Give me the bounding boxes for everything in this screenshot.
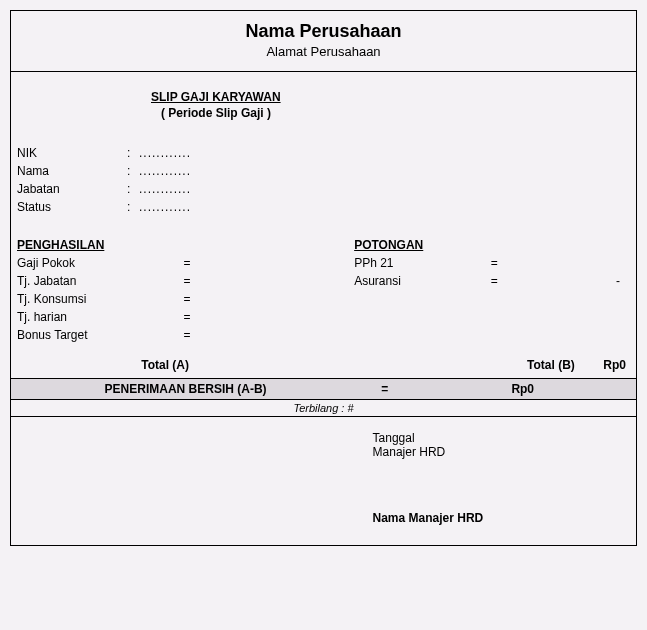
eq: = [484,256,504,270]
tj-konsumsi-label: Tj. Konsumsi [17,292,177,306]
jabatan-label: Jabatan [17,182,127,196]
tj-jabatan-label: Tj. Jabatan [17,274,177,288]
title-block: SLIP GAJI KARYAWAN ( Periode Slip Gaji ) [11,72,636,128]
colon: : [127,200,139,214]
tj-harian-label: Tj. harian [17,310,177,324]
eq: = [177,310,197,324]
nik-label: NIK [17,146,127,160]
gaji-pokok-label: Gaji Pokok [17,256,177,270]
spacer [207,358,489,372]
net-label: PENERIMAAN BERSIH (A-B) [17,382,354,396]
deductions-heading: POTONGAN [354,238,630,252]
row-tj-harian: Tj. harian = [17,310,354,324]
signature-date: Tanggal [373,431,630,445]
company-name: Nama Perusahaan [11,21,636,42]
eq: = [177,292,197,306]
total-b-value: Rp0 [575,358,630,372]
eq: = [177,256,197,270]
net-eq: = [354,382,415,396]
terbilang-row: Terbilang : # [11,400,636,417]
row-tj-jabatan: Tj. Jabatan = [17,274,354,288]
header: Nama Perusahaan Alamat Perusahaan [11,11,636,72]
colon: : [127,164,139,178]
row-bonus: Bonus Target = [17,328,354,342]
payslip-container: Nama Perusahaan Alamat Perusahaan SLIP G… [10,10,637,546]
company-address: Alamat Perusahaan [11,44,636,59]
asuransi-label: Asuransi [354,274,484,288]
info-row-nama: Nama : ............ [17,164,636,178]
net-value: Rp0 [415,382,630,396]
slip-period: ( Periode Slip Gaji ) [11,106,636,120]
nama-label: Nama [17,164,127,178]
nama-value: ............ [139,164,191,178]
signature-role: Manajer HRD [373,445,630,459]
asuransi-value: - [504,274,630,288]
earnings-heading: PENGHASILAN [17,238,354,252]
slip-title: SLIP GAJI KARYAWAN [11,90,636,104]
total-a-label: Total (A) [17,358,207,372]
terbilang-text: Terbilang : # [293,402,353,414]
signature-block: Tanggal Manajer HRD Nama Manajer HRD [11,417,636,545]
net-row: PENERIMAAN BERSIH (A-B) = Rp0 [11,378,636,400]
total-b-label: Total (B) [489,358,575,372]
totals-row: Total (A) Total (B) Rp0 [11,354,636,378]
row-pph21: PPh 21 = [354,256,630,270]
status-label: Status [17,200,127,214]
info-row-jabatan: Jabatan : ............ [17,182,636,196]
row-gaji-pokok: Gaji Pokok = [17,256,354,270]
colon: : [127,146,139,160]
info-row-status: Status : ............ [17,200,636,214]
status-value: ............ [139,200,191,214]
jabatan-value: ............ [139,182,191,196]
nik-value: ............ [139,146,191,160]
bonus-label: Bonus Target [17,328,177,342]
eq: = [484,274,504,288]
row-tj-konsumsi: Tj. Konsumsi = [17,292,354,306]
amounts-block: PENGHASILAN Gaji Pokok = Tj. Jabatan = T… [11,228,636,354]
eq: = [177,328,197,342]
earnings-column: PENGHASILAN Gaji Pokok = Tj. Jabatan = T… [17,238,354,346]
employee-info: NIK : ............ Nama : ............ J… [11,128,636,228]
row-asuransi: Asuransi = - [354,274,630,288]
colon: : [127,182,139,196]
pph21-label: PPh 21 [354,256,484,270]
eq: = [177,274,197,288]
info-row-nik: NIK : ............ [17,146,636,160]
deductions-column: POTONGAN PPh 21 = Asuransi = - [354,238,630,346]
signature-name: Nama Manajer HRD [373,511,630,525]
